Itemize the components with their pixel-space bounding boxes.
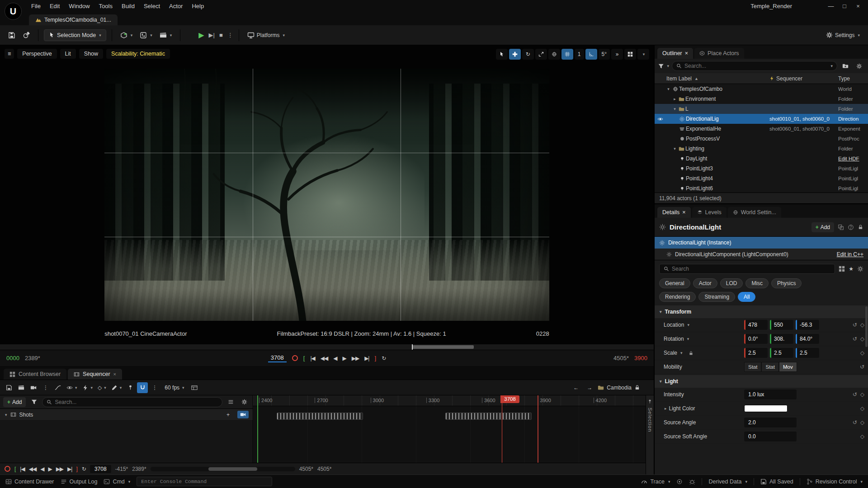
move-tool-button[interactable] (509, 49, 521, 60)
shot-clip[interactable] (277, 413, 363, 420)
next-shot-button[interactable]: ▶▶ (56, 466, 63, 472)
menu-tools[interactable]: Tools (95, 1, 117, 11)
shots-track-row[interactable]: ▾ Shots + (0, 409, 253, 421)
tab-levels[interactable]: Levels (692, 207, 726, 218)
outliner-row-pointlight[interactable]: PointLight6 PointLigl (655, 183, 868, 192)
scale-dropdown[interactable]: Scale ▾ (664, 350, 744, 356)
asset-tab[interactable]: TemplesOfCambodia_01... (29, 14, 118, 25)
minimize-button[interactable]: — (825, 3, 837, 9)
auto-key-dropdown[interactable]: ▾ (109, 385, 124, 391)
rotate-tool-button[interactable]: ↻ (522, 49, 534, 60)
outliner-settings-button[interactable] (854, 61, 864, 71)
bug-icon[interactable] (689, 479, 695, 485)
history-forward-button[interactable]: → (584, 382, 595, 393)
set-out-marker[interactable]: ] (375, 355, 377, 361)
timeline-ruler[interactable]: 2400 2700 3000 3300 3600 3900 4200 (253, 395, 646, 406)
sequencer-search-input[interactable] (55, 399, 218, 405)
scalability-warning-button[interactable]: Scalability: Cinematic (106, 49, 170, 59)
jump-to-start-button[interactable]: |◀ (310, 355, 315, 361)
mobility-movable-button[interactable]: Mov (779, 362, 797, 372)
add-component-button[interactable]: + Add (811, 222, 834, 232)
add-keyframe-icon[interactable]: ◇ (860, 433, 864, 440)
edit-in-cpp-link[interactable]: Edit in C++ (837, 251, 863, 258)
viewport-options-menu[interactable]: ≡ (5, 49, 14, 59)
mobility-static-button[interactable]: Stat (744, 362, 761, 372)
viewport[interactable]: ≡ Perspective Lit Show Scalability: Cine… (0, 45, 654, 344)
scale-x-field[interactable]: 2.5 (744, 348, 768, 358)
lock-icon[interactable] (858, 224, 863, 230)
grid-snap-value[interactable]: 1 (575, 49, 584, 60)
scale-y-field[interactable]: 2.5 (770, 348, 793, 358)
track-list-view-button[interactable] (225, 397, 236, 408)
location-z-field[interactable]: -56.3 (796, 320, 819, 330)
trace-dropdown[interactable]: Trace ▾ (641, 479, 670, 485)
stop-button[interactable]: ■ (219, 32, 223, 38)
all-saved-indicator[interactable]: All Saved (760, 479, 793, 485)
curve-editor-button[interactable] (52, 382, 63, 393)
playhead-flag[interactable]: 3708 (500, 395, 519, 403)
filter-chip-lod[interactable]: LOD (720, 278, 743, 288)
outliner-filter-dropdown[interactable]: ▾ (658, 61, 669, 71)
reset-to-default-icon[interactable]: ↺ (853, 322, 857, 328)
reset-to-default-icon[interactable]: ↺ (853, 336, 857, 342)
track-settings-button[interactable] (239, 397, 250, 408)
expander-icon[interactable]: ▸ (672, 97, 678, 101)
add-keyframe-icon[interactable]: ◇ (860, 405, 864, 412)
menu-edit[interactable]: Edit (46, 1, 64, 11)
angle-snap-toggle[interactable] (585, 49, 597, 60)
timeline-scrubbar[interactable] (0, 344, 654, 350)
tab-place-actors[interactable]: Place Actors (694, 48, 744, 59)
sequencer-timeline[interactable]: 2400 2700 3000 3300 3600 3900 4200 (253, 395, 646, 463)
filter-chip-physics[interactable]: Physics (771, 278, 802, 288)
working-range-start-label[interactable]: -415* (115, 466, 128, 472)
render-movie-button[interactable] (16, 382, 27, 393)
tab-content-browser[interactable]: Content Browser (4, 369, 66, 380)
save-button[interactable] (5, 29, 18, 41)
snap-options-kebab[interactable]: ⋮ (149, 382, 160, 393)
unreal-logo[interactable]: U (5, 3, 22, 20)
outliner-row-folder[interactable]: ▸ Environment Folder (655, 94, 868, 104)
outliner-row-folder[interactable]: ▾ Lighting Folder (655, 144, 868, 154)
skip-to-end-button[interactable]: ▶| (209, 32, 215, 38)
selection-mode-dropdown[interactable]: Selection Mode ▾ (44, 29, 106, 41)
location-y-field[interactable]: 550 (770, 320, 793, 330)
instance-sync-icon[interactable] (838, 224, 844, 230)
play-forward-button[interactable]: ▶ (48, 466, 52, 472)
filter-chip-rendering[interactable]: Rendering (659, 292, 696, 302)
add-keyframe-icon[interactable]: ◇ (860, 419, 864, 426)
sequencer-column-header[interactable]: Sequencer (769, 75, 838, 82)
close-button[interactable]: × (852, 3, 864, 9)
content-drawer-button[interactable]: Content Drawer (5, 479, 54, 485)
item-label-column-header[interactable]: Item Label ▲ (665, 75, 769, 82)
view-range-end-label[interactable]: 4505* (299, 466, 313, 472)
camera-cut-lock-toggle[interactable] (237, 411, 249, 418)
blueprints-dropdown[interactable]: ▾ (137, 29, 155, 41)
help-icon[interactable] (848, 224, 854, 230)
details-search[interactable] (659, 264, 835, 274)
timeline-track-area[interactable] (253, 406, 646, 463)
cmd-dropdown[interactable]: Cmd ▾ (104, 479, 130, 485)
location-dropdown[interactable]: Location ▾ (664, 322, 744, 328)
rotation-x-field[interactable]: 0.0° (744, 334, 768, 344)
menu-actor[interactable]: Actor (165, 1, 187, 11)
pin-button[interactable] (125, 382, 136, 393)
jump-to-start-button[interactable]: |◀ (20, 466, 24, 472)
tab-world-settings[interactable]: World Settin... (728, 207, 781, 218)
add-keyframe-icon[interactable]: ◇ (860, 391, 864, 398)
intensity-field[interactable]: 1.0 lux (744, 389, 797, 399)
sequencer-search[interactable] (42, 397, 222, 407)
breadcrumb[interactable]: Cambodia (607, 385, 632, 391)
filter-chip-actor[interactable]: Actor (693, 278, 717, 288)
gear-icon[interactable] (857, 266, 863, 272)
reset-to-default-icon[interactable]: ↺ (853, 419, 857, 426)
filter-chip-streaming[interactable]: Streaming (698, 292, 735, 302)
mobility-stationary-button[interactable]: Stat (761, 362, 778, 372)
add-keyframe-icon[interactable]: ◇ (860, 336, 864, 342)
filter-chip-general[interactable]: General (659, 278, 690, 288)
scrollbar-thumb[interactable] (208, 467, 258, 471)
derived-data-dropdown[interactable]: Derived Data ▾ (708, 479, 747, 485)
settings-dropdown[interactable]: Settings ▾ (823, 29, 863, 41)
previous-shot-button[interactable]: ◀◀ (29, 466, 36, 472)
select-tool-button[interactable] (496, 49, 508, 60)
rotation-dropdown[interactable]: Rotation ▾ (664, 336, 744, 342)
